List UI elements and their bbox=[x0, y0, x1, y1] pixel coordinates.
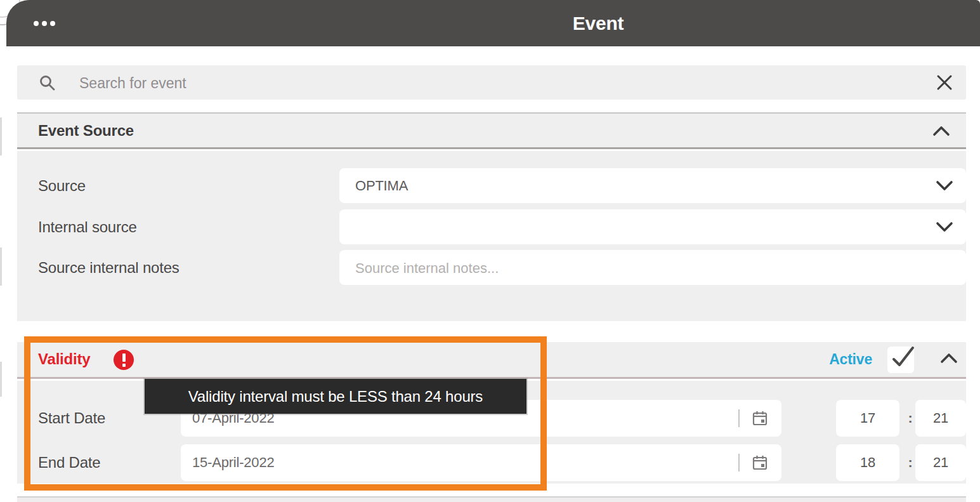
search-input[interactable] bbox=[78, 65, 918, 101]
active-label: Active bbox=[829, 351, 872, 368]
source-internal-notes-field bbox=[339, 250, 966, 285]
exclamation-bar bbox=[122, 353, 126, 362]
end-minute-input[interactable]: 21 bbox=[915, 444, 966, 481]
search-bar bbox=[17, 65, 966, 100]
source-internal-notes-label: Source internal notes bbox=[38, 250, 180, 285]
source-dropdown[interactable]: OPTIMA bbox=[339, 168, 966, 203]
event-source-section-header[interactable]: Event Source bbox=[17, 112, 966, 149]
chevron-up-icon[interactable] bbox=[939, 352, 958, 367]
event-source-section-title: Event Source bbox=[38, 114, 134, 147]
chevron-up-glyph bbox=[932, 125, 951, 138]
end-date-label: End Date bbox=[38, 444, 100, 481]
event-dialog: Event Event Source Source OPTIMA bbox=[0, 0, 980, 502]
internal-source-dropdown[interactable] bbox=[339, 209, 966, 244]
validity-header-controls: Active bbox=[829, 342, 958, 377]
end-date-input[interactable]: 15-April-2022 bbox=[181, 444, 781, 481]
next-section-sliver bbox=[17, 496, 966, 502]
check-icon bbox=[889, 344, 917, 369]
field-divider bbox=[738, 409, 740, 427]
background-edge-mark bbox=[0, 248, 2, 286]
start-hour-input[interactable]: 17 bbox=[836, 400, 899, 437]
field-divider bbox=[738, 454, 740, 472]
exclamation-dot bbox=[122, 364, 126, 367]
calendar-glyph bbox=[752, 410, 768, 426]
calendar-glyph bbox=[752, 454, 768, 471]
background-edge-mark bbox=[0, 362, 2, 397]
dot bbox=[50, 21, 55, 26]
overflow-ellipsis-icon[interactable] bbox=[34, 21, 55, 26]
event-source-section-body: Source OPTIMA Internal source Source int… bbox=[17, 151, 966, 321]
end-date-value: 15-April-2022 bbox=[181, 444, 781, 481]
exclamation-circle-icon bbox=[114, 350, 134, 370]
active-checkbox[interactable] bbox=[887, 347, 914, 373]
validity-section-title: Validity bbox=[38, 342, 90, 376]
time-separator: : bbox=[905, 444, 915, 481]
chevron-up-icon[interactable] bbox=[932, 125, 951, 140]
magnifier-icon bbox=[39, 74, 56, 91]
source-value: OPTIMA bbox=[339, 168, 966, 203]
close-x-icon[interactable] bbox=[936, 74, 953, 93]
dialog-titlebar: Event bbox=[6, 0, 980, 46]
chevron-down-icon[interactable] bbox=[936, 180, 953, 192]
dot bbox=[42, 21, 47, 26]
end-hour-input[interactable]: 18 bbox=[836, 444, 899, 481]
validity-section-header[interactable]: Validity Active bbox=[17, 342, 966, 379]
background-edge-mark bbox=[0, 117, 2, 155]
dialog-title: Event bbox=[573, 13, 624, 34]
dot bbox=[34, 21, 39, 26]
calendar-icon[interactable] bbox=[752, 410, 768, 428]
validation-tooltip: Validity interval must be LESS than 24 h… bbox=[145, 379, 526, 414]
close-x-glyph bbox=[936, 74, 953, 91]
chevron-down-icon[interactable] bbox=[936, 221, 953, 233]
time-separator: : bbox=[905, 400, 915, 437]
source-label: Source bbox=[38, 168, 86, 203]
chevron-up-glyph bbox=[939, 352, 958, 365]
start-date-label: Start Date bbox=[38, 400, 105, 437]
start-minute-input[interactable]: 21 bbox=[915, 400, 966, 437]
internal-source-label: Internal source bbox=[38, 209, 137, 244]
calendar-icon[interactable] bbox=[752, 454, 768, 473]
source-internal-notes-input[interactable] bbox=[339, 250, 946, 286]
